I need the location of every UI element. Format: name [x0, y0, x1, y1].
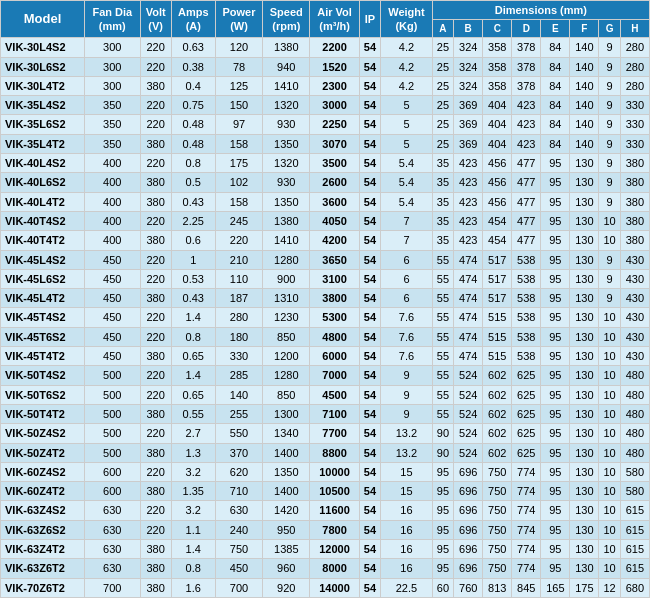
data-cell: 696	[454, 520, 483, 539]
data-cell: 5.4	[381, 173, 433, 192]
data-cell: 456	[483, 154, 512, 173]
model-cell: VIK-40L6S2	[1, 173, 85, 192]
data-cell: 220	[140, 38, 171, 57]
data-cell: 125	[215, 76, 262, 95]
col-dim-h: H	[620, 20, 649, 38]
data-cell: 25	[432, 57, 453, 76]
data-cell: 130	[570, 462, 599, 481]
data-cell-airvol: 2250	[310, 115, 359, 134]
data-cell: 1420	[263, 501, 310, 520]
data-cell-airvol: 11600	[310, 501, 359, 520]
data-cell: 400	[84, 211, 140, 230]
data-cell: 380	[140, 134, 171, 153]
model-cell: VIK-40L4S2	[1, 154, 85, 173]
data-cell: 615	[620, 559, 649, 578]
data-cell: 140	[215, 385, 262, 404]
data-cell: 95	[432, 501, 453, 520]
data-cell: 700	[84, 578, 140, 597]
data-cell-airvol: 10500	[310, 482, 359, 501]
data-cell: 10	[599, 540, 620, 559]
data-cell: 500	[84, 385, 140, 404]
col-dim-g: G	[599, 20, 620, 38]
model-cell: VIK-63Z6S2	[1, 520, 85, 539]
data-cell: 1.4	[171, 540, 215, 559]
data-cell: 55	[432, 327, 453, 346]
data-cell: 400	[84, 154, 140, 173]
data-cell: 324	[454, 38, 483, 57]
data-cell: 55	[432, 250, 453, 269]
data-cell: 0.65	[171, 385, 215, 404]
data-cell-ip: 54	[359, 540, 380, 559]
data-cell: 95	[541, 347, 570, 366]
table-row: VIK-45T4T24503800.6533012006000547.65547…	[1, 347, 650, 366]
data-cell: 515	[483, 347, 512, 366]
data-cell-ip: 54	[359, 211, 380, 230]
data-cell: 13.2	[381, 443, 433, 462]
data-cell: 450	[215, 559, 262, 578]
data-cell: 13.2	[381, 424, 433, 443]
data-cell: 95	[541, 327, 570, 346]
data-cell: 696	[454, 540, 483, 559]
data-cell: 130	[570, 289, 599, 308]
table-row: VIK-30L4T23003800.412514102300544.225324…	[1, 76, 650, 95]
data-cell-ip: 54	[359, 482, 380, 501]
data-cell: 324	[454, 76, 483, 95]
data-cell: 380	[140, 578, 171, 597]
data-cell: 350	[84, 115, 140, 134]
data-cell: 220	[140, 308, 171, 327]
data-cell: 774	[512, 462, 541, 481]
data-cell: 130	[570, 482, 599, 501]
data-cell: 130	[570, 250, 599, 269]
data-cell: 1.4	[171, 366, 215, 385]
data-cell: 35	[432, 211, 453, 230]
data-cell: 350	[84, 134, 140, 153]
model-cell: VIK-45T4S2	[1, 308, 85, 327]
data-cell: 10	[599, 308, 620, 327]
data-cell-airvol: 8000	[310, 559, 359, 578]
data-cell: 9	[599, 250, 620, 269]
data-cell: 524	[454, 443, 483, 462]
data-cell: 538	[512, 289, 541, 308]
data-cell: 95	[541, 211, 570, 230]
data-cell: 480	[620, 443, 649, 462]
data-cell: 456	[483, 173, 512, 192]
data-cell: 930	[263, 173, 310, 192]
data-cell: 240	[215, 520, 262, 539]
table-row: VIK-40L6S24003800.51029302600545.4354234…	[1, 173, 650, 192]
data-cell: 55	[432, 385, 453, 404]
data-cell: 97	[215, 115, 262, 134]
data-cell-airvol: 2200	[310, 38, 359, 57]
data-cell: 1.3	[171, 443, 215, 462]
data-cell: 500	[84, 366, 140, 385]
data-cell: 25	[432, 115, 453, 134]
data-cell: 300	[84, 57, 140, 76]
data-cell: 0.55	[171, 404, 215, 423]
data-cell: 630	[84, 520, 140, 539]
data-cell: 380	[140, 231, 171, 250]
data-cell: 140	[570, 57, 599, 76]
data-cell: 1320	[263, 154, 310, 173]
data-cell: 35	[432, 154, 453, 173]
data-cell: 10	[599, 347, 620, 366]
data-cell-airvol: 14000	[310, 578, 359, 597]
data-cell-airvol: 2600	[310, 173, 359, 192]
data-cell: 517	[483, 289, 512, 308]
data-cell: 280	[215, 308, 262, 327]
data-cell: 900	[263, 269, 310, 288]
data-cell: 35	[432, 173, 453, 192]
data-cell: 7	[381, 211, 433, 230]
data-cell: 380	[140, 559, 171, 578]
data-cell: 150	[215, 96, 262, 115]
data-cell: 95	[541, 443, 570, 462]
data-cell-airvol: 4200	[310, 231, 359, 250]
data-cell-ip: 54	[359, 96, 380, 115]
model-cell: VIK-40T4S2	[1, 211, 85, 230]
data-cell: 95	[541, 173, 570, 192]
data-cell: 1380	[263, 38, 310, 57]
data-cell: 210	[215, 250, 262, 269]
data-cell: 0.8	[171, 327, 215, 346]
data-cell: 0.8	[171, 154, 215, 173]
data-cell: 102	[215, 173, 262, 192]
data-cell: 10	[599, 559, 620, 578]
table-row: VIK-45L6S24502200.5311090031005465547451…	[1, 269, 650, 288]
